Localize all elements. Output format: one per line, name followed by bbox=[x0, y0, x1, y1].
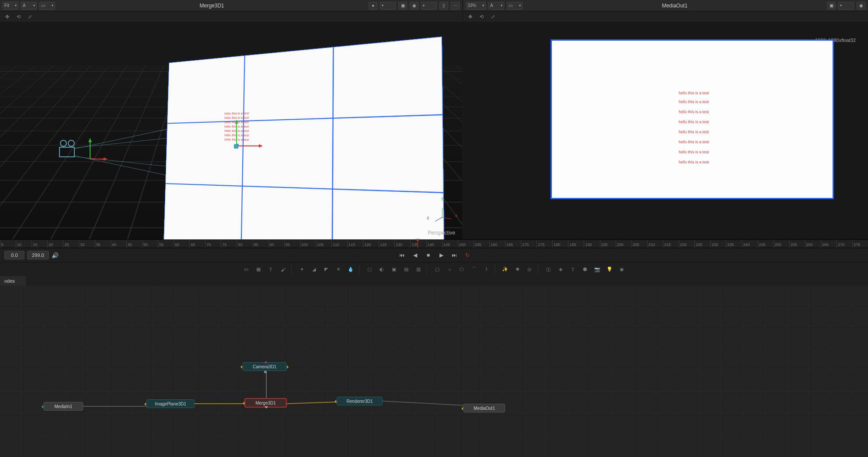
ruler-tick[interactable]: 170 bbox=[521, 240, 537, 248]
resize-tool-icon[interactable]: ▥ bbox=[413, 265, 424, 274]
camera3d-tool-icon[interactable]: 📷 bbox=[592, 265, 603, 274]
camera-gizmo[interactable] bbox=[90, 155, 94, 159]
perspective-label[interactable]: Perspective bbox=[428, 230, 455, 236]
ruler-tick[interactable]: 215 bbox=[663, 240, 679, 248]
viewer-channel-a-dropdown[interactable]: A▾ bbox=[21, 2, 37, 10]
wand-mask-icon[interactable]: ⌇ bbox=[481, 265, 492, 274]
ruler-tick[interactable]: 265 bbox=[821, 240, 837, 248]
viewer-2d-viewport[interactable]: 1920x1080xfloat32 hello this is a test h… bbox=[463, 22, 868, 239]
expand-tool-icon[interactable]: ⤢ bbox=[489, 13, 496, 20]
ruler-tick[interactable]: 100 bbox=[300, 240, 316, 248]
light3d-tool-icon[interactable]: 💡 bbox=[604, 265, 615, 274]
ruler-tick[interactable]: 65 bbox=[189, 240, 205, 248]
ruler-tick[interactable]: 165 bbox=[505, 240, 521, 248]
ruler-tick[interactable]: 10 bbox=[16, 240, 31, 248]
ruler-tick[interactable]: 110 bbox=[331, 240, 347, 248]
playhead[interactable] bbox=[418, 240, 418, 248]
particles-tool-icon[interactable]: ✨ bbox=[499, 265, 511, 274]
time-start-field[interactable]: 0.0 bbox=[4, 251, 24, 260]
ruler-tick[interactable]: 190 bbox=[584, 240, 600, 248]
ruler-tick[interactable]: 125 bbox=[379, 240, 394, 248]
ruler-tick[interactable]: 235 bbox=[726, 240, 742, 248]
ruler-tick[interactable]: 155 bbox=[474, 240, 489, 248]
viewer-display-dropdown[interactable]: ▭▾ bbox=[507, 2, 523, 10]
ruler-tick[interactable]: 175 bbox=[537, 240, 552, 248]
viewer-fit-dropdown[interactable]: Fit▾ bbox=[3, 2, 18, 10]
viewer-mode-dropdown[interactable]: ▾ bbox=[838, 2, 854, 10]
ruler-tick[interactable]: 30 bbox=[79, 240, 94, 248]
ruler-tick[interactable]: 5 bbox=[0, 240, 16, 248]
ruler-tick[interactable]: 50 bbox=[142, 240, 158, 248]
prender-tool-icon[interactable]: ◎ bbox=[524, 265, 535, 274]
viewer-mode-dropdown[interactable]: ▾ bbox=[421, 2, 437, 10]
imageplane3d-tool-icon[interactable]: ◫ bbox=[543, 265, 554, 274]
ruler-tick[interactable]: 160 bbox=[489, 240, 505, 248]
blur-tool-icon[interactable]: 💧 bbox=[345, 265, 356, 274]
ruler-tick[interactable]: 95 bbox=[284, 240, 300, 248]
move-tool-icon[interactable]: ✥ bbox=[3, 13, 10, 20]
mask-bspline-tool-icon[interactable]: ◤ bbox=[321, 265, 332, 274]
node-renderer[interactable]: Renderer3D1 bbox=[337, 397, 383, 405]
ruler-tick[interactable]: 60 bbox=[174, 240, 189, 248]
viewer-more-icon[interactable]: ⋯ bbox=[451, 2, 460, 10]
mask-poly-tool-icon[interactable]: ◢ bbox=[308, 265, 320, 274]
ruler-tick[interactable]: 70 bbox=[205, 240, 221, 248]
rotate-tool-icon[interactable]: ⟲ bbox=[478, 13, 485, 20]
sub-view-icon[interactable]: ▣ bbox=[827, 2, 836, 10]
node-mediaout[interactable]: MediaOut1 bbox=[464, 404, 505, 412]
ruler-tick[interactable]: 245 bbox=[758, 240, 774, 248]
node-camera[interactable]: Camera3D1 bbox=[243, 362, 286, 371]
image-plane-3d[interactable] bbox=[164, 36, 445, 239]
go-to-start-button[interactable]: ⏮ bbox=[398, 251, 406, 259]
ellipse-mask-icon[interactable]: ○ bbox=[444, 265, 455, 274]
ruler-tick[interactable]: 270 bbox=[837, 240, 852, 248]
snapshot-icon[interactable]: ● bbox=[369, 2, 377, 10]
ruler-tick[interactable]: 200 bbox=[616, 240, 631, 248]
ruler-tick[interactable]: 145 bbox=[442, 240, 458, 248]
ruler-tick[interactable]: 140 bbox=[426, 240, 442, 248]
viewer-zoom-dropdown[interactable]: 33%▾ bbox=[466, 2, 486, 10]
text-tool-icon[interactable]: T bbox=[265, 265, 276, 274]
ruler-tick[interactable]: 45 bbox=[126, 240, 142, 248]
loop-button[interactable]: ↻ bbox=[464, 251, 471, 259]
renderer3d-tool-icon[interactable]: ◉ bbox=[616, 265, 627, 274]
ruler-tick[interactable]: 80 bbox=[237, 240, 252, 248]
ruler-tick[interactable]: 85 bbox=[253, 240, 268, 248]
ruler-tick[interactable]: 15 bbox=[31, 240, 47, 248]
ruler-tick[interactable]: 205 bbox=[631, 240, 647, 248]
viewer-lock-icon[interactable]: ◉ bbox=[857, 2, 865, 10]
stop-button[interactable]: ■ bbox=[424, 251, 432, 259]
viewer-3d-viewport[interactable]: hello this is a test hello this is a tes… bbox=[0, 22, 462, 239]
brightness-tool-icon[interactable]: ☀ bbox=[333, 265, 344, 274]
ruler-tick[interactable]: 210 bbox=[647, 240, 663, 248]
transform-tool-icon[interactable]: ▤ bbox=[401, 265, 412, 274]
ruler-tick[interactable]: 115 bbox=[347, 240, 363, 248]
viewer-channel-a-dropdown[interactable]: A▾ bbox=[488, 2, 504, 10]
ruler-tick[interactable]: 105 bbox=[316, 240, 331, 248]
ruler-tick[interactable]: 255 bbox=[789, 240, 805, 248]
merge3d-tool-icon[interactable]: ⬢ bbox=[579, 265, 591, 274]
text3d-tool-icon[interactable]: T bbox=[567, 265, 579, 274]
tracker-tool-icon[interactable]: ✦ bbox=[296, 265, 307, 274]
shape3d-tool-icon[interactable]: ◈ bbox=[555, 265, 566, 274]
viewer-options-dropdown[interactable]: ▾ bbox=[380, 2, 396, 10]
time-end-field[interactable]: 299.0 bbox=[27, 251, 49, 260]
move-tool-icon[interactable]: ✥ bbox=[467, 13, 474, 20]
transform-gizmo[interactable] bbox=[236, 142, 241, 146]
channel-tool-icon[interactable]: ▢ bbox=[364, 265, 375, 274]
ruler-tick[interactable]: 225 bbox=[694, 240, 710, 248]
node-imageplane[interactable]: ImagePlane3D1 bbox=[146, 399, 195, 408]
ruler-tick[interactable]: 120 bbox=[363, 240, 379, 248]
play-button[interactable]: ▶ bbox=[437, 251, 445, 259]
timeline-ruler[interactable]: 5101520253035404550556065707580859095100… bbox=[0, 239, 868, 248]
ruler-tick[interactable]: 90 bbox=[268, 240, 284, 248]
ruler-tick[interactable]: 260 bbox=[805, 240, 821, 248]
bspline-mask-icon[interactable]: ⌒ bbox=[468, 265, 480, 274]
ruler-tick[interactable]: 130 bbox=[394, 240, 410, 248]
ruler-tick[interactable]: 240 bbox=[742, 240, 757, 248]
rotate-tool-icon[interactable]: ⟲ bbox=[15, 13, 22, 20]
fastnoise-tool-icon[interactable]: ▦ bbox=[253, 265, 264, 274]
polygon-mask-icon[interactable]: ⬠ bbox=[456, 265, 467, 274]
nodes-tab[interactable]: odes bbox=[0, 276, 26, 286]
rectangle-mask-icon[interactable]: ▢ bbox=[432, 265, 443, 274]
